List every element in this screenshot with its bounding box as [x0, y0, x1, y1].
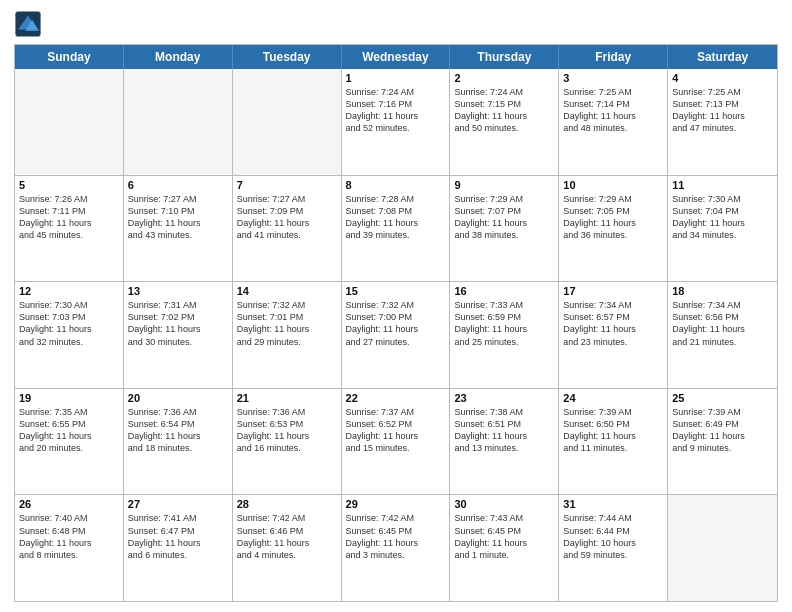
- cell-date: 6: [128, 179, 228, 191]
- cell-info: Sunrise: 7:44 AM Sunset: 6:44 PM Dayligh…: [563, 512, 663, 561]
- cell-info: Sunrise: 7:29 AM Sunset: 7:07 PM Dayligh…: [454, 193, 554, 242]
- cell-info: Sunrise: 7:42 AM Sunset: 6:46 PM Dayligh…: [237, 512, 337, 561]
- calendar-cell: 9Sunrise: 7:29 AM Sunset: 7:07 PM Daylig…: [450, 176, 559, 282]
- cell-date: 7: [237, 179, 337, 191]
- cell-date: 9: [454, 179, 554, 191]
- cell-date: 28: [237, 498, 337, 510]
- cell-info: Sunrise: 7:34 AM Sunset: 6:56 PM Dayligh…: [672, 299, 773, 348]
- cell-date: 30: [454, 498, 554, 510]
- header: [14, 10, 778, 38]
- calendar-cell: 4Sunrise: 7:25 AM Sunset: 7:13 PM Daylig…: [668, 69, 777, 175]
- cell-info: Sunrise: 7:24 AM Sunset: 7:15 PM Dayligh…: [454, 86, 554, 135]
- cell-date: 31: [563, 498, 663, 510]
- cell-date: 10: [563, 179, 663, 191]
- calendar-cell: 26Sunrise: 7:40 AM Sunset: 6:48 PM Dayli…: [15, 495, 124, 601]
- cell-date: 14: [237, 285, 337, 297]
- cell-date: 22: [346, 392, 446, 404]
- calendar-cell: 12Sunrise: 7:30 AM Sunset: 7:03 PM Dayli…: [15, 282, 124, 388]
- calendar-cell: [124, 69, 233, 175]
- cell-info: Sunrise: 7:25 AM Sunset: 7:14 PM Dayligh…: [563, 86, 663, 135]
- day-headers: SundayMondayTuesdayWednesdayThursdayFrid…: [15, 45, 777, 69]
- calendar-cell: 14Sunrise: 7:32 AM Sunset: 7:01 PM Dayli…: [233, 282, 342, 388]
- day-header-sunday: Sunday: [15, 45, 124, 69]
- cell-info: Sunrise: 7:35 AM Sunset: 6:55 PM Dayligh…: [19, 406, 119, 455]
- cell-info: Sunrise: 7:40 AM Sunset: 6:48 PM Dayligh…: [19, 512, 119, 561]
- cell-date: 12: [19, 285, 119, 297]
- calendar: SundayMondayTuesdayWednesdayThursdayFrid…: [14, 44, 778, 602]
- cell-date: 25: [672, 392, 773, 404]
- calendar-cell: 15Sunrise: 7:32 AM Sunset: 7:00 PM Dayli…: [342, 282, 451, 388]
- cell-date: 2: [454, 72, 554, 84]
- cell-info: Sunrise: 7:32 AM Sunset: 7:01 PM Dayligh…: [237, 299, 337, 348]
- calendar-cell: [668, 495, 777, 601]
- cell-info: Sunrise: 7:39 AM Sunset: 6:49 PM Dayligh…: [672, 406, 773, 455]
- calendar-cell: 17Sunrise: 7:34 AM Sunset: 6:57 PM Dayli…: [559, 282, 668, 388]
- cell-date: 1: [346, 72, 446, 84]
- calendar-cell: 6Sunrise: 7:27 AM Sunset: 7:10 PM Daylig…: [124, 176, 233, 282]
- calendar-row-3: 19Sunrise: 7:35 AM Sunset: 6:55 PM Dayli…: [15, 388, 777, 495]
- cell-info: Sunrise: 7:33 AM Sunset: 6:59 PM Dayligh…: [454, 299, 554, 348]
- calendar-cell: 24Sunrise: 7:39 AM Sunset: 6:50 PM Dayli…: [559, 389, 668, 495]
- day-header-saturday: Saturday: [668, 45, 777, 69]
- cell-info: Sunrise: 7:28 AM Sunset: 7:08 PM Dayligh…: [346, 193, 446, 242]
- calendar-cell: 22Sunrise: 7:37 AM Sunset: 6:52 PM Dayli…: [342, 389, 451, 495]
- cell-date: 3: [563, 72, 663, 84]
- cell-info: Sunrise: 7:27 AM Sunset: 7:10 PM Dayligh…: [128, 193, 228, 242]
- cell-date: 24: [563, 392, 663, 404]
- cell-info: Sunrise: 7:37 AM Sunset: 6:52 PM Dayligh…: [346, 406, 446, 455]
- calendar-cell: 19Sunrise: 7:35 AM Sunset: 6:55 PM Dayli…: [15, 389, 124, 495]
- cell-date: 15: [346, 285, 446, 297]
- calendar-row-2: 12Sunrise: 7:30 AM Sunset: 7:03 PM Dayli…: [15, 281, 777, 388]
- cell-info: Sunrise: 7:36 AM Sunset: 6:53 PM Dayligh…: [237, 406, 337, 455]
- calendar-cell: 18Sunrise: 7:34 AM Sunset: 6:56 PM Dayli…: [668, 282, 777, 388]
- calendar-cell: 25Sunrise: 7:39 AM Sunset: 6:49 PM Dayli…: [668, 389, 777, 495]
- cell-date: 13: [128, 285, 228, 297]
- cell-info: Sunrise: 7:31 AM Sunset: 7:02 PM Dayligh…: [128, 299, 228, 348]
- logo: [14, 10, 46, 38]
- cell-date: 4: [672, 72, 773, 84]
- cell-date: 11: [672, 179, 773, 191]
- day-header-tuesday: Tuesday: [233, 45, 342, 69]
- calendar-cell: 1Sunrise: 7:24 AM Sunset: 7:16 PM Daylig…: [342, 69, 451, 175]
- calendar-cell: 2Sunrise: 7:24 AM Sunset: 7:15 PM Daylig…: [450, 69, 559, 175]
- calendar-cell: 10Sunrise: 7:29 AM Sunset: 7:05 PM Dayli…: [559, 176, 668, 282]
- cell-info: Sunrise: 7:42 AM Sunset: 6:45 PM Dayligh…: [346, 512, 446, 561]
- cell-info: Sunrise: 7:39 AM Sunset: 6:50 PM Dayligh…: [563, 406, 663, 455]
- cell-date: 21: [237, 392, 337, 404]
- cell-info: Sunrise: 7:27 AM Sunset: 7:09 PM Dayligh…: [237, 193, 337, 242]
- cell-info: Sunrise: 7:32 AM Sunset: 7:00 PM Dayligh…: [346, 299, 446, 348]
- cell-date: 20: [128, 392, 228, 404]
- cell-date: 5: [19, 179, 119, 191]
- calendar-cell: 7Sunrise: 7:27 AM Sunset: 7:09 PM Daylig…: [233, 176, 342, 282]
- cell-info: Sunrise: 7:38 AM Sunset: 6:51 PM Dayligh…: [454, 406, 554, 455]
- cell-info: Sunrise: 7:24 AM Sunset: 7:16 PM Dayligh…: [346, 86, 446, 135]
- calendar-cell: 13Sunrise: 7:31 AM Sunset: 7:02 PM Dayli…: [124, 282, 233, 388]
- cell-info: Sunrise: 7:25 AM Sunset: 7:13 PM Dayligh…: [672, 86, 773, 135]
- calendar-cell: [15, 69, 124, 175]
- cell-date: 26: [19, 498, 119, 510]
- cell-info: Sunrise: 7:41 AM Sunset: 6:47 PM Dayligh…: [128, 512, 228, 561]
- cell-date: 8: [346, 179, 446, 191]
- calendar-cell: 28Sunrise: 7:42 AM Sunset: 6:46 PM Dayli…: [233, 495, 342, 601]
- cell-info: Sunrise: 7:43 AM Sunset: 6:45 PM Dayligh…: [454, 512, 554, 561]
- cell-info: Sunrise: 7:29 AM Sunset: 7:05 PM Dayligh…: [563, 193, 663, 242]
- logo-icon: [14, 10, 42, 38]
- cell-date: 23: [454, 392, 554, 404]
- cell-info: Sunrise: 7:26 AM Sunset: 7:11 PM Dayligh…: [19, 193, 119, 242]
- cell-date: 16: [454, 285, 554, 297]
- cell-info: Sunrise: 7:30 AM Sunset: 7:04 PM Dayligh…: [672, 193, 773, 242]
- day-header-wednesday: Wednesday: [342, 45, 451, 69]
- calendar-cell: 3Sunrise: 7:25 AM Sunset: 7:14 PM Daylig…: [559, 69, 668, 175]
- day-header-thursday: Thursday: [450, 45, 559, 69]
- calendar-cell: 5Sunrise: 7:26 AM Sunset: 7:11 PM Daylig…: [15, 176, 124, 282]
- calendar-cell: 31Sunrise: 7:44 AM Sunset: 6:44 PM Dayli…: [559, 495, 668, 601]
- cell-date: 18: [672, 285, 773, 297]
- cell-date: 19: [19, 392, 119, 404]
- day-header-friday: Friday: [559, 45, 668, 69]
- calendar-cell: 20Sunrise: 7:36 AM Sunset: 6:54 PM Dayli…: [124, 389, 233, 495]
- cell-info: Sunrise: 7:34 AM Sunset: 6:57 PM Dayligh…: [563, 299, 663, 348]
- calendar-cell: 29Sunrise: 7:42 AM Sunset: 6:45 PM Dayli…: [342, 495, 451, 601]
- calendar-cell: 21Sunrise: 7:36 AM Sunset: 6:53 PM Dayli…: [233, 389, 342, 495]
- cell-info: Sunrise: 7:36 AM Sunset: 6:54 PM Dayligh…: [128, 406, 228, 455]
- cell-info: Sunrise: 7:30 AM Sunset: 7:03 PM Dayligh…: [19, 299, 119, 348]
